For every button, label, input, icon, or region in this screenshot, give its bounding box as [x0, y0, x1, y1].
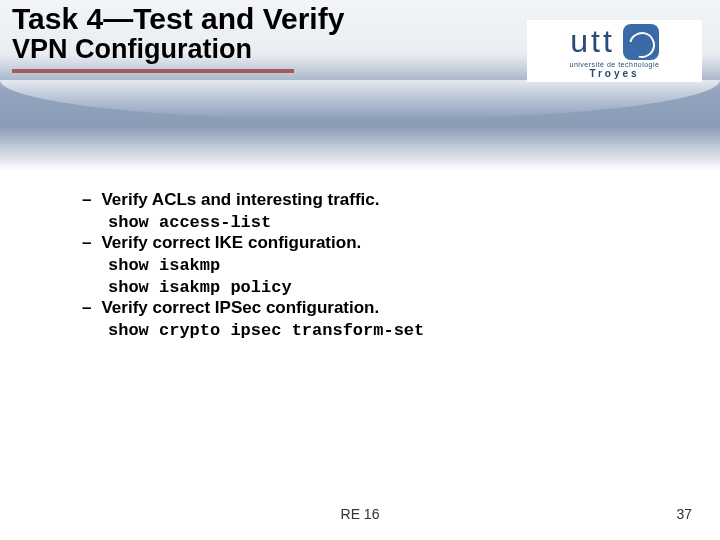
page-number: 37	[676, 506, 692, 522]
logo-globe-icon	[623, 24, 659, 60]
command-text: show isakmp policy	[108, 277, 642, 298]
logo-text: utt	[570, 23, 615, 60]
command-text: show access-list	[108, 212, 642, 233]
logo-city: Troyes	[589, 68, 639, 79]
logo-top-row: utt	[570, 23, 659, 60]
command-text: show isakmp	[108, 255, 642, 276]
bullet-label: Verify ACLs and interesting traffic.	[101, 190, 379, 210]
bullet-dash: –	[82, 298, 91, 318]
title-line-1: Task 4—Test and Verify	[12, 2, 344, 36]
title-line-2: VPN Configuration	[12, 34, 344, 65]
bullet-item: – Verify correct IPSec configuration.	[82, 298, 642, 318]
utt-logo: utt université de technologie Troyes	[527, 20, 702, 82]
bullet-item: – Verify correct IKE configuration.	[82, 233, 642, 253]
footer-code: RE 16	[0, 506, 720, 522]
logo-subtitle: université de technologie	[570, 61, 660, 68]
title-underline	[12, 69, 294, 73]
bullet-item: – Verify ACLs and interesting traffic.	[82, 190, 642, 210]
title-block: Task 4—Test and Verify VPN Configuration	[12, 2, 344, 73]
content-area: – Verify ACLs and interesting traffic. s…	[82, 190, 642, 341]
bullet-label: Verify correct IKE configuration.	[101, 233, 361, 253]
bullet-dash: –	[82, 233, 91, 253]
command-text: show crypto ipsec transform-set	[108, 320, 642, 341]
bullet-label: Verify correct IPSec configuration.	[101, 298, 379, 318]
bullet-dash: –	[82, 190, 91, 210]
header-area: Task 4—Test and Verify VPN Configuration…	[0, 0, 720, 180]
